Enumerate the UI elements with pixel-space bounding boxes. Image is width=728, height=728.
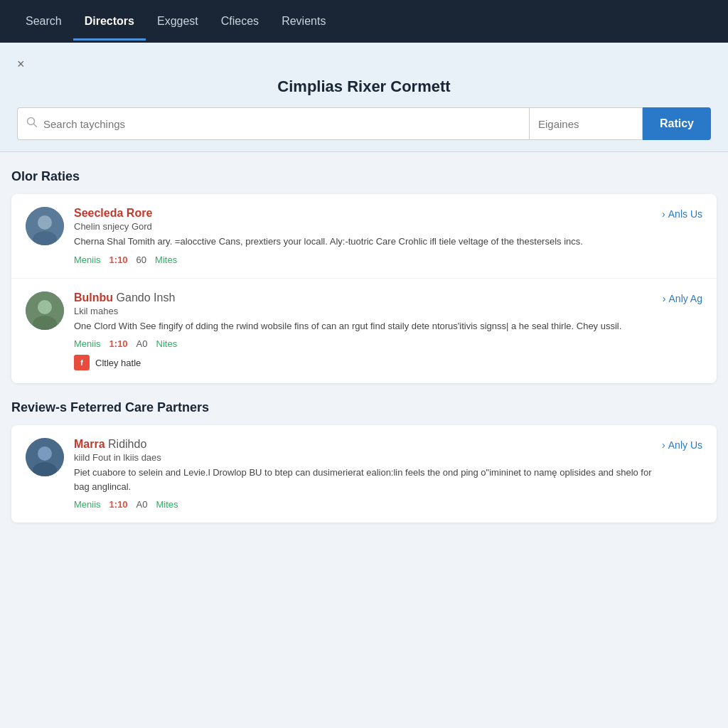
listing1-name: Seecleda Rore: [74, 207, 653, 220]
listing3-left: Marra Ridihdo kiild Fout in lkiis daes P…: [26, 438, 653, 510]
navbar: Search Directors Exggest Cfieces Revient…: [0, 0, 728, 43]
listing1-left: Seecleda Rore Chelin snjecy Gord Cherna …: [26, 207, 653, 265]
listing2-action-label: Anly Ag: [669, 293, 702, 304]
listing3-name: Marra Ridihdo: [74, 438, 653, 451]
listing2-left: Bulnbu Gando Insh Lkil mahes One Clord W…: [26, 291, 654, 371]
listing3-meta-time: 1:10: [109, 499, 128, 510]
listing2-meta-time: 1:10: [109, 338, 128, 349]
header-section: × Cimplias Rixer Cormett Raticy: [0, 43, 728, 152]
listing1-header: Seecleda Rore Chelin snjecy Gord Cherna …: [26, 207, 702, 265]
listing3-header: Marra Ridihdo kiild Fout in lkiis daes P…: [26, 438, 702, 510]
listing1-info: Seecleda Rore Chelin snjecy Gord Cherna …: [74, 207, 653, 265]
listing2-subtitle: Lkil mahes: [74, 306, 654, 316]
nav-item-search[interactable]: Search: [14, 2, 73, 41]
svg-point-9: [38, 446, 52, 461]
listing2-action[interactable]: › Anly Ag: [663, 293, 702, 304]
listing3-info: Marra Ridihdo kiild Fout in lkiis daes P…: [74, 438, 653, 510]
listing1-action[interactable]: › Anls Us: [662, 208, 702, 220]
listing2-info: Bulnbu Gando Insh Lkil mahes One Clord W…: [74, 291, 654, 371]
flag-text: Cltley hatle: [95, 358, 141, 368]
main-content: Olor Raties Seecleda Rore Chelin snjecy …: [0, 152, 728, 557]
listing3-meta: Meniis 1:10 A0 Mites: [74, 499, 653, 510]
listing1-meta-num: 60: [136, 255, 146, 265]
filter-input[interactable]: [529, 107, 643, 140]
listing2-avatar: [26, 291, 64, 330]
listing2-desc: One Clord With See fingify of dding the …: [74, 319, 654, 333]
listing2-name: Bulnbu Gando Insh: [74, 291, 654, 304]
listing-item-1: Seecleda Rore Chelin snjecy Gord Cherna …: [11, 194, 717, 279]
svg-line-1: [34, 124, 37, 127]
listing2-meta: Meniis 1:10 A0 Nites: [74, 338, 654, 349]
svg-point-3: [38, 215, 52, 230]
listing1-desc: Cherna Shal Tomith ary. =alocctive Cans,…: [74, 235, 653, 249]
page-title: Cimplias Rixer Cormett: [17, 77, 711, 96]
close-button[interactable]: ×: [17, 57, 25, 72]
search-button[interactable]: Raticy: [643, 107, 711, 140]
listing3-meta-num: A0: [136, 499, 148, 510]
listing2-meta-green: Meniis: [74, 338, 101, 349]
listing-item-2: Bulnbu Gando Insh Lkil mahes One Clord W…: [11, 279, 717, 384]
listing2-meta-num: A0: [136, 338, 148, 349]
listing3-avatar: [26, 438, 64, 476]
listing3-action-label: Anly Us: [668, 439, 702, 451]
section1-title: Olor Raties: [11, 169, 717, 184]
nav-item-directors[interactable]: Directors: [73, 2, 146, 41]
section2-card: Marra Ridihdo kiild Fout in lkiis daes P…: [11, 425, 717, 523]
listing1-meta-link: Mites: [155, 255, 177, 265]
chevron-icon-3: ›: [662, 439, 665, 451]
listing3-meta-green: Meniis: [74, 499, 101, 510]
listing1-subtitle: Chelin snjecy Gord: [74, 221, 653, 232]
listing1-meta-time: 1:10: [109, 255, 128, 265]
listing2-header: Bulnbu Gando Insh Lkil mahes One Clord W…: [26, 291, 702, 371]
nav-item-exggest[interactable]: Exggest: [146, 2, 210, 41]
chevron-icon-2: ›: [663, 293, 666, 304]
listing3-meta-link: Mites: [156, 499, 178, 510]
svg-point-6: [38, 300, 52, 314]
section2-title: Review-s Feterred Care Partners: [11, 400, 717, 415]
search-icon: [26, 117, 38, 131]
search-wrapper: [17, 107, 529, 140]
search-row: Raticy: [17, 107, 711, 140]
section1-card: Seecleda Rore Chelin snjecy Gord Cherna …: [11, 194, 717, 383]
listing1-meta: Meniis 1:10 60 Mites: [74, 255, 653, 265]
nav-item-revients[interactable]: Revients: [270, 2, 337, 41]
listing-item-3: Marra Ridihdo kiild Fout in lkiis daes P…: [11, 425, 717, 523]
flag-icon: f: [74, 355, 90, 370]
chevron-icon-1: ›: [662, 208, 665, 220]
listing1-meta-green: Meniis: [74, 255, 101, 265]
search-input[interactable]: [43, 118, 520, 130]
listing2-meta-link: Nites: [156, 338, 178, 349]
listing2-flag-row: f Cltley hatle: [74, 355, 654, 370]
listing3-subtitle: kiild Fout in lkiis daes: [74, 452, 653, 463]
nav-item-cfieces[interactable]: Cfieces: [210, 2, 270, 41]
listing3-action[interactable]: › Anly Us: [662, 439, 702, 451]
listing3-desc: Piet cuabore to selein and Levie.l Drowl…: [74, 466, 653, 493]
listing1-avatar: [26, 207, 64, 245]
listing1-action-label: Anls Us: [668, 208, 702, 220]
